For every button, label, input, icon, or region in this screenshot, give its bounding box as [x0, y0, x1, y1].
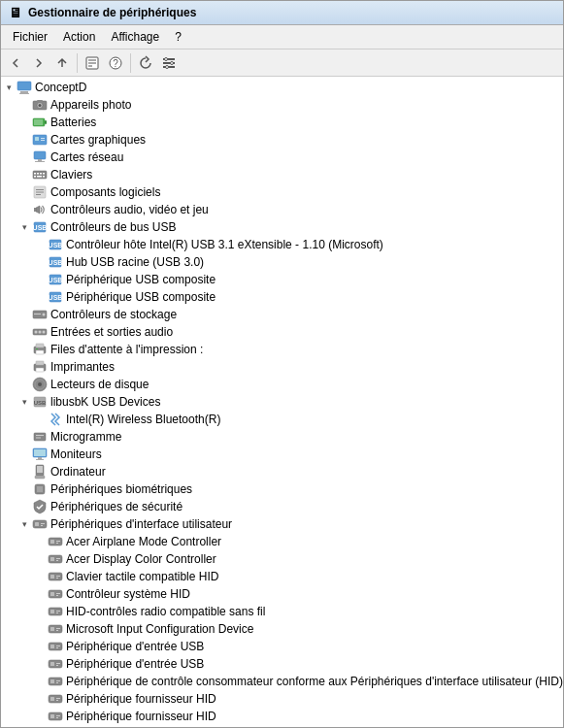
tree-expander[interactable]: [17, 149, 32, 165]
tree-expander[interactable]: [32, 237, 48, 252]
tree-expander[interactable]: [32, 639, 48, 654]
svg-rect-25: [41, 140, 45, 141]
tree-row[interactable]: Files d'attente à l'impression :: [1, 341, 563, 358]
toolbar-properties[interactable]: [82, 52, 103, 74]
tree-row[interactable]: USBlibusbK USB Devices: [1, 393, 563, 411]
tree-row[interactable]: Périphériques de sécurité: [1, 498, 563, 515]
tree-row[interactable]: Microgramme: [1, 428, 563, 446]
tree-row[interactable]: Périphériques d'interface utilisateur: [1, 515, 563, 533]
tree-row[interactable]: Clavier tactile compatible HID: [1, 568, 563, 585]
device-tree-container[interactable]: ConceptDAppareils photoBatteriesCartes g…: [1, 77, 563, 727]
tree-row[interactable]: Claviers: [1, 166, 563, 183]
menu-fichier[interactable]: Fichier: [5, 27, 55, 47]
tree-expander[interactable]: [17, 342, 32, 357]
tree-row[interactable]: Contrôleur système HID: [1, 585, 563, 603]
toolbar-up[interactable]: [51, 52, 73, 74]
tree-expander[interactable]: [32, 551, 48, 567]
tree-row[interactable]: USBPériphérique USB composite: [1, 288, 563, 306]
tree-row[interactable]: Entrées et sorties audio: [1, 323, 563, 341]
tree-expander[interactable]: [32, 289, 48, 305]
tree-expander[interactable]: [17, 324, 32, 340]
svg-point-17: [39, 104, 42, 107]
tree-row[interactable]: Cartes réseau: [1, 149, 563, 166]
tree-expander[interactable]: [32, 674, 48, 689]
tree-row[interactable]: USBContrôleurs de bus USB: [1, 218, 563, 236]
tree-expander[interactable]: [17, 219, 32, 235]
tree-expander[interactable]: [32, 254, 48, 270]
usb-icon: USB: [48, 289, 63, 305]
tree-expander[interactable]: [32, 726, 48, 727]
tree-row[interactable]: Périphérique d'entrée USB: [1, 638, 563, 655]
tree-row[interactable]: Périphérique de contrôle consommateur co…: [1, 673, 563, 690]
tree-row[interactable]: Intel(R) Wireless Bluetooth(R): [1, 411, 563, 428]
menu-help[interactable]: ?: [167, 27, 189, 47]
tree-expander[interactable]: [17, 394, 32, 410]
tree-expander[interactable]: [17, 499, 32, 514]
tree-row[interactable]: Périphérique fournisseur HID: [1, 725, 563, 727]
tree-expander[interactable]: [32, 656, 48, 672]
toolbar-refresh[interactable]: [135, 52, 156, 74]
pc-icon: [32, 464, 48, 480]
toolbar-settings[interactable]: [158, 52, 180, 74]
tree-expander[interactable]: [17, 307, 32, 322]
tree-row[interactable]: Cartes graphiques: [1, 131, 563, 149]
tree-row[interactable]: HID-contrôles radio compatible sans fil: [1, 603, 563, 620]
tree-expander[interactable]: [32, 604, 48, 619]
tree-expander[interactable]: [17, 516, 32, 532]
menu-affichage[interactable]: Affichage: [103, 27, 167, 47]
tree-expander[interactable]: [17, 481, 32, 497]
tree-expander[interactable]: [32, 569, 48, 584]
tree-expander[interactable]: [17, 464, 32, 480]
tree-expander[interactable]: [32, 586, 48, 602]
tree-row[interactable]: Imprimantes: [1, 358, 563, 376]
tree-row[interactable]: Périphérique fournisseur HID: [1, 690, 563, 708]
tree-item: Batteries: [1, 114, 563, 131]
tree-expander[interactable]: [17, 184, 32, 200]
tree-expander[interactable]: [32, 272, 48, 287]
tree-node-label: Composants logiciels: [50, 185, 160, 199]
tree-row[interactable]: Ordinateur: [1, 463, 563, 480]
tree-row[interactable]: Moniteurs: [1, 446, 563, 463]
tree-expander[interactable]: [1, 80, 17, 95]
svg-rect-91: [50, 540, 54, 544]
toolbar-help[interactable]: ?: [105, 52, 126, 74]
tree-row[interactable]: Composants logiciels: [1, 183, 563, 201]
tree-row[interactable]: USBContrôleur hôte Intel(R) USB 3.1 eXte…: [1, 236, 563, 253]
audio-icon: [32, 202, 48, 217]
tree-expander[interactable]: [32, 709, 48, 724]
tree-row[interactable]: Acer Airplane Mode Controller: [1, 533, 563, 550]
tree-row[interactable]: ConceptD: [1, 79, 563, 96]
tree-expander[interactable]: [32, 621, 48, 637]
tree-row[interactable]: Périphérique fournisseur HID: [1, 708, 563, 725]
tree-row[interactable]: Microsoft Input Configuration Device: [1, 620, 563, 638]
tree-row[interactable]: USBPériphérique USB composite: [1, 271, 563, 288]
tree-row[interactable]: Contrôleurs audio, vidéo et jeu: [1, 201, 563, 218]
tree-row[interactable]: USBHub USB racine (USB 3.0): [1, 253, 563, 271]
tree-item: USBPériphérique USB composite: [1, 288, 563, 306]
disk-icon: [32, 377, 48, 392]
tree-expander[interactable]: [17, 97, 32, 113]
tree-expander[interactable]: [32, 691, 48, 707]
tree-row[interactable]: Appareils photo: [1, 96, 563, 114]
tree-expander[interactable]: [32, 534, 48, 549]
tree-expander[interactable]: [17, 202, 32, 217]
tree-expander[interactable]: [17, 447, 32, 462]
tree-expander[interactable]: [32, 412, 48, 427]
toolbar-forward[interactable]: [28, 52, 50, 74]
tree-expander[interactable]: [17, 115, 32, 130]
tree-row[interactable]: Acer Display Color Controller: [1, 550, 563, 568]
tree-expander[interactable]: [17, 167, 32, 182]
tree-expander[interactable]: [17, 377, 32, 392]
tree-expander[interactable]: [17, 429, 32, 445]
tree-expander[interactable]: [17, 132, 32, 148]
svg-rect-112: [56, 628, 60, 629]
tree-row[interactable]: Contrôleurs de stockage: [1, 306, 563, 323]
tree-row[interactable]: Lecteurs de disque: [1, 376, 563, 393]
toolbar-back[interactable]: [5, 52, 26, 74]
tree-row[interactable]: Batteries: [1, 114, 563, 131]
menu-action[interactable]: Action: [55, 27, 103, 47]
tree-expander[interactable]: [17, 359, 32, 375]
tree-row[interactable]: Périphériques biométriques: [1, 480, 563, 498]
tree-row[interactable]: Périphérique d'entrée USB: [1, 655, 563, 673]
tree-node-label: Appareils photo: [50, 98, 131, 112]
